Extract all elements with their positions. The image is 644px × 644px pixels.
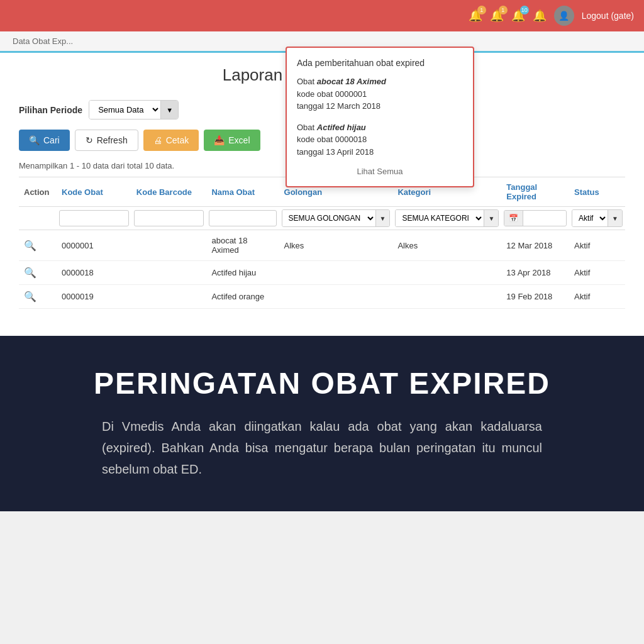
filter-status-select[interactable]: Aktif: [572, 210, 608, 226]
golongan-arrow-icon: ▼: [375, 210, 390, 226]
cari-label: Cari: [43, 135, 60, 145]
row2-nama-obat: Actifed hijau: [206, 261, 279, 285]
bell-icon-2[interactable]: 🔔 1: [490, 9, 504, 23]
kategori-arrow-icon: ▼: [484, 210, 498, 226]
period-label: Pilihan Periode: [19, 105, 82, 115]
status-arrow-icon: ▼: [608, 210, 622, 226]
row1-kode-barcode: [131, 230, 207, 261]
notif1-tanggal: tanggal 12 March 2018: [297, 100, 463, 113]
notification-dropdown: Ada pemberitahuan obat expired Obat aboc…: [286, 47, 474, 187]
row3-kode-obat: 0000019: [57, 285, 131, 309]
excel-label: Excel: [228, 135, 250, 145]
filter-nama-obat[interactable]: [206, 207, 279, 230]
bell-badge-2: 1: [499, 6, 508, 14]
row3-detail-icon[interactable]: 🔍: [24, 291, 36, 302]
row1-kode-obat: 0000001: [57, 230, 131, 261]
filter-status[interactable]: Aktif ▼: [569, 207, 625, 230]
main-content: Ada pemberitahuan obat expired Obat aboc…: [0, 53, 644, 336]
cetak-label: Cetak: [166, 135, 189, 145]
excel-icon: 📥: [214, 135, 225, 145]
row2-status: Aktif: [569, 261, 625, 285]
filter-kode-obat-input[interactable]: [59, 210, 129, 226]
row1-detail-icon[interactable]: 🔍: [24, 240, 36, 251]
filter-golongan-select[interactable]: SEMUA GOLONGAN: [282, 210, 375, 226]
th-kode-barcode: Kode Barcode: [131, 177, 207, 207]
search-icon: 🔍: [29, 135, 40, 145]
bell-icon-4[interactable]: 🔔: [533, 9, 547, 23]
row3-golongan: [279, 285, 393, 309]
period-select-wrap: Semua Data ▼: [89, 100, 179, 119]
period-arrow-icon[interactable]: ▼: [160, 101, 178, 119]
notification-title: Ada pemberitahuan obat expired: [297, 58, 463, 68]
row3-action[interactable]: 🔍: [19, 285, 57, 309]
notification-item-1: Obat abocat 18 Aximed kode obat 0000001 …: [297, 75, 463, 113]
notif2-obat-name: Actifed hijau: [317, 123, 366, 132]
table-row: 🔍 0000001 abocat 18 Aximed Alkes Alkes 1…: [19, 230, 625, 261]
notif1-obat-label: Obat: [297, 77, 317, 86]
breadcrumb-text: Data Obat Exp...: [13, 36, 73, 46]
row3-kategori: [392, 285, 501, 309]
bell-icon-3[interactable]: 🔔 10: [511, 9, 525, 23]
logout-button[interactable]: Logout (gate): [582, 11, 634, 21]
top-nav: 🔔 1 🔔 1 🔔 10 🔔 👤 Logout (gate): [0, 0, 644, 31]
table-row: 🔍 0000018 Actifed hijau 13 Apr 2018 Akti…: [19, 261, 625, 285]
row2-detail-icon[interactable]: 🔍: [24, 267, 36, 278]
row2-tanggal: 13 Apr 2018: [501, 261, 569, 285]
filter-tanggal[interactable]: 📅: [501, 207, 569, 230]
refresh-button[interactable]: ↻ Refresh: [75, 130, 138, 151]
bell-icon-1[interactable]: 🔔 1: [469, 9, 482, 23]
print-icon: 🖨: [153, 135, 162, 145]
nav-icons: 🔔 1 🔔 1 🔔 10 🔔 👤 Logout (gate): [469, 6, 634, 26]
row1-nama-obat: abocat 18 Aximed: [206, 230, 279, 261]
row2-action[interactable]: 🔍: [19, 261, 57, 285]
th-kode-obat: Kode Obat: [57, 177, 131, 207]
row3-nama-obat: Actifed orange: [206, 285, 279, 309]
filter-action: [19, 207, 57, 230]
notif1-obat-name: abocat 18 Aximed: [317, 77, 386, 86]
filter-nama-obat-input[interactable]: [209, 210, 276, 226]
notif2-tanggal: tanggal 13 April 2018: [297, 146, 463, 158]
row2-kategori: [392, 261, 501, 285]
row1-tanggal: 12 Mar 2018: [501, 230, 569, 261]
th-status: Status: [569, 177, 625, 207]
calendar-icon: 📅: [504, 211, 523, 226]
excel-button[interactable]: 📥 Excel: [204, 130, 260, 151]
lihat-semua-link[interactable]: Lihat Semua: [297, 167, 463, 176]
th-action: Action: [19, 177, 57, 207]
row2-kode-obat: 0000018: [57, 261, 131, 285]
bell-badge-3: 10: [520, 6, 529, 14]
notif2-kode: kode obat 0000018: [297, 133, 463, 146]
filter-row: SEMUA GOLONGAN ▼ SEMUA KATEGORI ▼: [19, 207, 625, 230]
filter-kategori-select[interactable]: SEMUA KATEGORI: [396, 210, 484, 226]
row1-action[interactable]: 🔍: [19, 230, 57, 261]
row3-tanggal: 19 Feb 2018: [501, 285, 569, 309]
th-nama-obat: Nama Obat: [206, 177, 279, 207]
row2-kode-barcode: [131, 261, 207, 285]
bottom-section: PERINGATAN OBAT EXPIRED Di Vmedis Anda a…: [0, 336, 644, 511]
row3-status: Aktif: [569, 285, 625, 309]
avatar: 👤: [554, 6, 574, 26]
table-row: 🔍 0000019 Actifed orange 19 Feb 2018 Akt…: [19, 285, 625, 309]
row1-kategori: Alkes: [392, 230, 501, 261]
bottom-description: Di Vmedis Anda akan diingatkan kalau ada…: [102, 416, 542, 480]
notif2-obat-label: Obat: [297, 123, 317, 132]
cetak-button[interactable]: 🖨 Cetak: [143, 130, 199, 151]
notif1-kode: kode obat 0000001: [297, 88, 463, 101]
filter-tanggal-input[interactable]: [523, 211, 566, 226]
row3-kode-barcode: [131, 285, 207, 309]
filter-kode-barcode-input[interactable]: [134, 210, 204, 226]
th-tanggal-expired: Tanggal Expired: [501, 177, 569, 207]
notification-item-2: Obat Actifed hijau kode obat 0000018 tan…: [297, 121, 463, 158]
data-table: Action Kode Obat Kode Barcode Nama Obat …: [19, 177, 625, 309]
period-select[interactable]: Semua Data: [89, 101, 160, 119]
row2-golongan: [279, 261, 393, 285]
filter-golongan[interactable]: SEMUA GOLONGAN ▼: [279, 207, 393, 230]
row1-golongan: Alkes: [279, 230, 393, 261]
bottom-title: PERINGATAN OBAT EXPIRED: [38, 367, 606, 401]
refresh-label: Refresh: [97, 135, 128, 145]
filter-kode-barcode[interactable]: [131, 207, 207, 230]
filter-kode-obat[interactable]: [57, 207, 131, 230]
filter-kategori[interactable]: SEMUA KATEGORI ▼: [392, 207, 501, 230]
cari-button[interactable]: 🔍 Cari: [19, 130, 70, 151]
bell-badge-1: 1: [477, 6, 486, 14]
